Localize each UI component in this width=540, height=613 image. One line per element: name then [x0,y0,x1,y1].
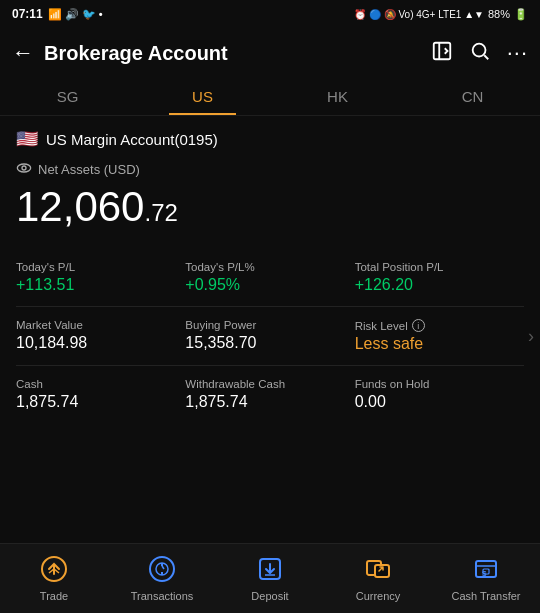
svg-point-1 [472,43,485,56]
bottom-nav: Trade Transactions Deposit [0,543,540,613]
stat-label-funds-on-hold: Funds on Hold [355,378,524,390]
net-assets-text: Net Assets (USD) [38,162,140,177]
info-icon: i [412,319,425,332]
stat-label-market-value: Market Value [16,319,185,331]
bottom-nav-cash-transfer-label: Cash Transfer [451,590,520,602]
status-icons: 📶 🔊 🐦 • [48,8,103,21]
stat-today-pl: Today's P/L +113.51 [16,255,185,300]
bottom-nav-trade-label: Trade [40,590,68,602]
tab-hk[interactable]: HK [270,78,405,115]
stat-value-market-value: 10,184.98 [16,334,185,352]
bottom-nav-deposit-label: Deposit [251,590,288,602]
eye-icon[interactable] [16,160,32,179]
stat-risk-level: Risk Level i Less safe [355,313,524,359]
stat-withdrawable-cash: Withdrawable Cash 1,875.74 [185,372,354,417]
net-assets-value: 12,060.72 [16,183,524,231]
risk-label-text: Risk Level [355,320,408,332]
account-section: 🇺🇸 US Margin Account(0195) Net Assets (U… [0,116,540,255]
page-title: Brokerage Account [44,42,431,65]
bottom-nav-transactions[interactable]: Transactions [108,548,216,610]
stat-label-withdrawable-cash: Withdrawable Cash [185,378,354,390]
tab-sg[interactable]: SG [0,78,135,115]
status-bar: 07:11 📶 🔊 🐦 • ⏰ 🔵 🔕 Vo) 4G+ LTE1 ▲▼ 88% … [0,0,540,28]
back-button[interactable]: ← [12,40,34,66]
network-icons: ⏰ 🔵 🔕 Vo) 4G+ LTE1 ▲▼ [354,9,484,20]
battery-display: 88% [488,8,510,20]
bottom-nav-currency-label: Currency [356,590,401,602]
trade-icon [41,556,67,586]
expand-arrow-icon[interactable]: › [528,326,534,347]
stat-label-cash: Cash [16,378,185,390]
stat-value-total-pl: +126.20 [355,276,524,294]
svg-point-3 [22,166,26,170]
tab-cn[interactable]: CN [405,78,540,115]
stats-grid: Today's P/L +113.51 Today's P/L% +0.95% … [16,255,524,417]
account-name: US Margin Account(0195) [46,131,218,148]
cash-transfer-icon: $ [473,556,499,586]
share-icon[interactable] [431,40,453,67]
tabs-bar: SG US HK CN [0,78,540,116]
battery-icon: 🔋 [514,8,528,21]
svg-point-2 [17,164,30,172]
stat-label-total-pl: Total Position P/L [355,261,524,273]
stat-buying-power: Buying Power 15,358.70 [185,313,354,359]
stat-label-today-pl-pct: Today's P/L% [185,261,354,273]
stat-cash: Cash 1,875.74 [16,372,185,417]
stat-value-risk-level: Less safe [355,335,524,353]
bottom-nav-deposit[interactable]: Deposit [216,548,324,610]
stat-value-today-pl-pct: +0.95% [185,276,354,294]
deposit-icon [257,556,283,586]
stat-label-buying-power: Buying Power [185,319,354,331]
stat-funds-on-hold: Funds on Hold 0.00 [355,372,524,417]
nav-actions: ··· [431,40,528,67]
stat-value-withdrawable-cash: 1,875.74 [185,393,354,411]
stat-label-risk-level: Risk Level i [355,319,524,332]
svg-point-5 [150,557,174,581]
stat-value-funds-on-hold: 0.00 [355,393,524,411]
time-display: 07:11 [12,7,43,21]
tab-us[interactable]: US [135,78,270,115]
status-right: ⏰ 🔵 🔕 Vo) 4G+ LTE1 ▲▼ 88% 🔋 [354,8,528,21]
bottom-nav-transactions-label: Transactions [131,590,194,602]
search-icon[interactable] [469,40,491,67]
net-assets-label: Net Assets (USD) [16,160,524,179]
bottom-nav-currency[interactable]: Currency [324,548,432,610]
stat-value-cash: 1,875.74 [16,393,185,411]
stat-total-pl: Total Position P/L +126.20 [355,255,524,300]
bottom-nav-cash-transfer[interactable]: $ Cash Transfer [432,548,540,610]
stat-value-buying-power: 15,358.70 [185,334,354,352]
stats-section: Today's P/L +113.51 Today's P/L% +0.95% … [0,255,540,417]
more-icon[interactable]: ··· [507,40,528,66]
transactions-icon [149,556,175,586]
net-assets-whole: 12,060 [16,183,144,230]
stat-label-today-pl: Today's P/L [16,261,185,273]
net-assets-decimal: .72 [144,199,177,226]
currency-icon [365,556,391,586]
status-time: 07:11 📶 🔊 🐦 • [12,7,103,21]
top-nav: ← Brokerage Account ··· [0,28,540,78]
bottom-nav-trade[interactable]: Trade [0,548,108,610]
stat-market-value: Market Value 10,184.98 [16,313,185,359]
stat-today-pl-pct: Today's P/L% +0.95% [185,255,354,300]
svg-line-9 [162,566,164,569]
us-flag-icon: 🇺🇸 [16,128,38,150]
account-header: 🇺🇸 US Margin Account(0195) [16,128,524,150]
stat-value-today-pl: +113.51 [16,276,185,294]
